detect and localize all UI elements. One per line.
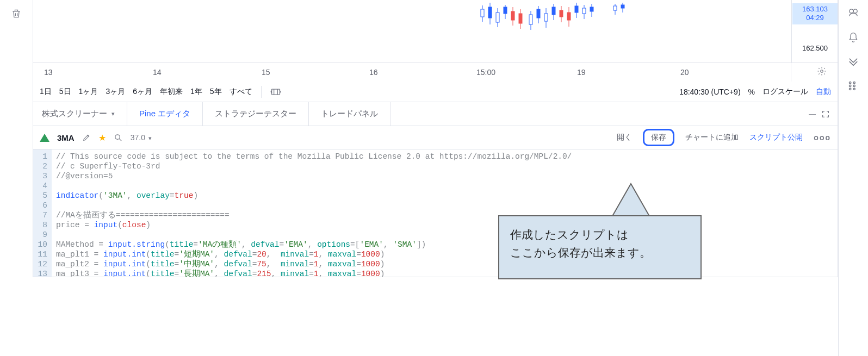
candlestick-chart (479, 3, 669, 38)
tf-1y[interactable]: 1年 (190, 87, 202, 97)
svg-point-43 (853, 82, 855, 84)
tf-all[interactable]: すべて (230, 87, 252, 97)
line-number: 6 (35, 201, 47, 210)
publish-script-button[interactable]: スクリプト公開 (749, 133, 803, 142)
auto-toggle[interactable]: 自動 (816, 87, 831, 97)
object-tree-icon[interactable] (848, 80, 859, 91)
tf-ytd[interactable]: 年初来 (160, 87, 183, 97)
line-number: 1 (35, 152, 47, 161)
code-editor[interactable]: 12345678910111213 // This source code is… (33, 149, 838, 277)
svg-rect-33 (621, 5, 624, 8)
svg-rect-25 (575, 6, 578, 13)
script-toolbar: 3MA ★ 37.0 ▾ 開く 保存 チャートに追加 スクリプト公開 ooo (33, 126, 838, 149)
percent-toggle[interactable]: % (748, 88, 755, 96)
svg-point-42 (850, 88, 851, 90)
tab-strategy-tester[interactable]: ストラテジーテスター (203, 102, 309, 126)
clock-label[interactable]: 18:40:30 (UTC+9) (679, 88, 740, 96)
code-line[interactable]: MAMethod = input.string(title='MAの種類', d… (56, 240, 833, 249)
minimize-icon[interactable]: — (809, 110, 815, 118)
x-tick: 15:00 (476, 68, 495, 77)
watchlist-icon[interactable] (847, 8, 859, 18)
code-line[interactable] (56, 181, 833, 191)
code-line[interactable]: ma_plt1 = input.int(title='短期MA', defval… (56, 249, 833, 259)
code-line[interactable]: //MAを描画する======================== (56, 210, 833, 220)
goto-date-icon[interactable] (270, 88, 281, 96)
gear-icon[interactable] (817, 66, 827, 76)
line-number: 11 (35, 249, 47, 259)
code-line[interactable]: price = input(close) (56, 220, 833, 230)
chevron-down-icon: ▾ (148, 135, 152, 141)
code-line[interactable]: // c Superfly-Teto-3rd (56, 161, 833, 171)
logscale-toggle[interactable]: ログスケール (762, 87, 808, 97)
maximize-icon[interactable] (821, 110, 830, 118)
trash-icon[interactable] (11, 8, 22, 19)
callout-line2: ここから保存が出来ます。 (510, 244, 690, 262)
tf-1d[interactable]: 1日 (40, 87, 52, 97)
line-number: 5 (35, 191, 47, 201)
chevron-down-icon: ▾ (111, 110, 115, 117)
x-tick: 19 (577, 68, 586, 77)
line-gutter: 12345678910111213 (33, 149, 52, 277)
tab-pine-editor[interactable]: Pine エディタ (127, 102, 203, 126)
code-body[interactable]: // This source code is subject to the te… (52, 149, 838, 277)
svg-point-38 (850, 9, 853, 13)
svg-rect-17 (511, 11, 514, 20)
code-line[interactable] (56, 230, 833, 240)
script-name[interactable]: 3MA (57, 133, 75, 142)
pencil-icon[interactable] (82, 133, 91, 142)
line-number: 9 (35, 230, 47, 240)
price-level: 162.500 (792, 42, 838, 54)
tab-trade-panel[interactable]: トレードパネル (309, 102, 390, 126)
code-line[interactable] (56, 201, 833, 210)
more-icon[interactable]: ooo (814, 133, 831, 142)
tf-5d[interactable]: 5日 (59, 87, 71, 97)
search-icon[interactable] (114, 133, 123, 142)
x-tick: 15 (262, 68, 270, 77)
svg-rect-9 (529, 15, 532, 24)
line-number: 3 (35, 171, 47, 181)
x-tick: 13 (44, 68, 53, 77)
line-number: 10 (35, 240, 47, 249)
code-line[interactable]: //@version=5 (56, 171, 833, 181)
tf-5y[interactable]: 5年 (210, 87, 222, 97)
annotation-callout: 作成したスクリプトは ここから保存が出来ます。 (498, 215, 702, 279)
chart-area[interactable]: 163.103 04:29 162.500 (33, 0, 838, 63)
line-number: 12 (35, 259, 47, 269)
line-number: 13 (35, 269, 47, 277)
code-line[interactable]: ma_plt2 = input.int(title='中期MA', defval… (56, 259, 833, 269)
svg-rect-35 (271, 89, 280, 95)
right-rail (838, 0, 868, 356)
svg-rect-15 (552, 7, 555, 15)
version-dropdown[interactable]: 37.0 ▾ (131, 133, 152, 142)
alert-bell-icon[interactable] (848, 32, 859, 43)
star-icon[interactable]: ★ (98, 133, 106, 143)
collapse-right-icon[interactable] (847, 57, 859, 67)
svg-rect-7 (504, 7, 507, 14)
svg-rect-19 (519, 14, 522, 23)
code-line[interactable]: indicator('3MA', overlay=true) (56, 191, 833, 201)
current-time: 04:29 (792, 14, 838, 22)
price-scale[interactable]: 163.103 04:29 162.500 (791, 0, 838, 63)
tab-label: 株式スクリーナー (42, 109, 107, 119)
svg-point-36 (115, 134, 120, 139)
svg-rect-31 (613, 6, 617, 10)
add-to-chart-button[interactable]: チャートに追加 (685, 133, 739, 142)
callout-line1: 作成したスクリプトは (510, 226, 690, 244)
code-line[interactable]: // This source code is subject to the te… (56, 152, 833, 161)
tf-6mo[interactable]: 6ヶ月 (133, 87, 152, 97)
tf-3mo[interactable]: 3ヶ月 (106, 87, 125, 97)
time-axis[interactable]: 13 14 15 16 15:00 19 20 (33, 63, 838, 82)
svg-point-45 (853, 88, 855, 90)
svg-point-34 (821, 70, 823, 73)
svg-rect-5 (496, 13, 499, 22)
code-line[interactable]: ma_plt3 = input.int(title='長期MA', defval… (56, 269, 833, 277)
line-number: 4 (35, 181, 47, 191)
x-tick: 20 (680, 68, 689, 77)
current-price-tag: 163.103 04:29 (792, 3, 838, 24)
tf-1mo[interactable]: 1ヶ月 (79, 87, 98, 97)
main-panel: 163.103 04:29 162.500 13 14 15 16 15:00 … (33, 0, 838, 356)
tab-stock-screener[interactable]: 株式スクリーナー ▾ (33, 102, 127, 126)
save-button[interactable]: 保存 (643, 129, 674, 146)
line-number: 8 (35, 220, 47, 230)
open-button[interactable]: 開く (617, 133, 632, 142)
